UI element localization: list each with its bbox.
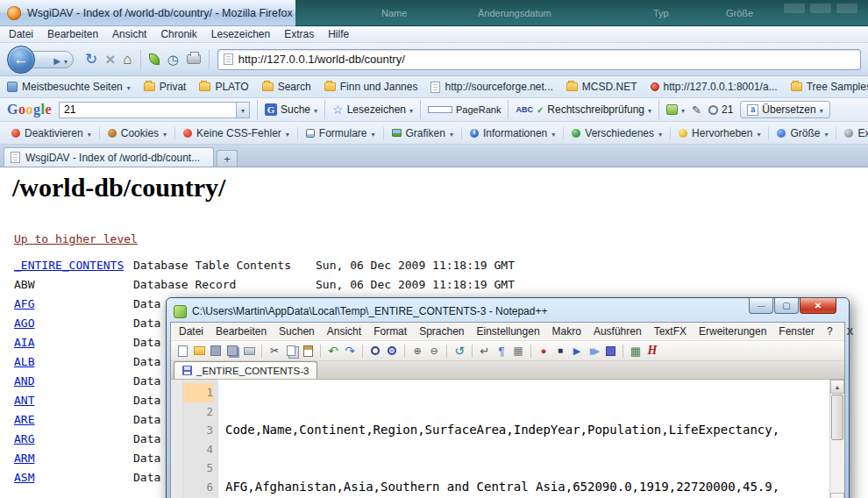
print-button[interactable] [187, 54, 201, 64]
play-macro-icon[interactable] [570, 344, 584, 358]
refresh-button[interactable] [85, 52, 97, 67]
listing-link[interactable]: ASM [14, 468, 34, 487]
find-icon[interactable] [368, 344, 382, 358]
listing-link[interactable]: AIA [14, 333, 34, 352]
copy-icon[interactable] [284, 344, 298, 358]
url-input[interactable] [238, 53, 855, 66]
google-bookmarks-button[interactable]: Lesezeichen [332, 103, 413, 117]
bookmark-privat[interactable]: Privat [144, 81, 187, 93]
google-search-box[interactable] [59, 102, 250, 118]
notepad-titlebar[interactable]: C:\Users\Martin\AppData\Local\Temp\_ENTI… [170, 298, 845, 322]
history-dropdown-icon[interactable] [64, 52, 68, 68]
save-icon[interactable] [209, 344, 223, 358]
notepad-plus-plus-window[interactable]: C:\Users\Martin\AppData\Local\Temp\_ENTI… [166, 297, 850, 498]
listing-link[interactable]: AGO [14, 314, 34, 333]
webdev-deaktivieren[interactable]: Deaktivieren [4, 127, 100, 139]
npp-menu-ansicht[interactable]: Ansicht [321, 325, 367, 338]
vertical-scrollbar[interactable] [829, 380, 844, 498]
indent-guide-icon[interactable] [511, 344, 525, 358]
listing-link[interactable]: AFG [14, 295, 34, 314]
listing-link[interactable]: _ENTIRE_CONTENTS [14, 256, 124, 275]
send-to-button[interactable] [666, 103, 685, 116]
webdev-extras[interactable]: Extras [836, 127, 868, 139]
google-search-input[interactable] [60, 103, 236, 116]
save-all-icon[interactable] [225, 344, 239, 358]
zoom-in-icon[interactable] [410, 344, 424, 358]
spellcheck-button[interactable]: ABCRechtschreibprüfung [516, 103, 651, 116]
scrollbar-track[interactable] [830, 394, 844, 493]
bookmark-most-visited[interactable]: Meistbesuchte Seiten [7, 81, 131, 93]
back-button[interactable] [7, 46, 35, 74]
replace-icon[interactable] [385, 344, 399, 358]
menu-lesezeichen[interactable]: Lesezeichen [204, 28, 277, 40]
bookmark-localhost-8001[interactable]: http://127.0.0.1:8001/a... [651, 81, 778, 93]
scrollbar-thumb[interactable] [831, 395, 843, 440]
search-dropdown-button[interactable] [236, 103, 249, 117]
notepad-editor[interactable]: 1 2 3 4 5 6 Code,Name,Continent,Region,S… [171, 380, 844, 498]
scroll-up-button[interactable] [830, 380, 844, 394]
pagerank-widget[interactable]: PageRank [428, 104, 501, 115]
npp-menu-ausfuehren[interactable]: Ausführen [587, 325, 648, 338]
listing-link[interactable]: ARG [14, 430, 34, 449]
npp-menu-makro[interactable]: Makro [546, 325, 587, 338]
new-file-icon[interactable] [175, 344, 189, 358]
paste-icon[interactable] [301, 344, 315, 358]
html-preview-icon[interactable] [645, 344, 659, 358]
bookmark-plato[interactable]: PLATO [199, 81, 248, 93]
bookmark-margin[interactable] [171, 380, 183, 498]
menu-datei[interactable]: Datei [2, 28, 40, 40]
listing-link[interactable]: ALB [14, 352, 34, 372]
webdev-css-fehler[interactable]: Keine CSS-Fehler [175, 127, 298, 139]
npp-menu-erweiterungen[interactable]: Erweiterungen [693, 325, 772, 338]
record-macro-icon[interactable] [537, 344, 551, 358]
google-logo[interactable]: Google [7, 102, 52, 117]
npp-menu-bearbeiten[interactable]: Bearbeiten [210, 325, 273, 338]
menu-ansicht[interactable]: Ansicht [105, 28, 153, 40]
menu-bearbeiten[interactable]: Bearbeiten [40, 28, 105, 40]
editor-text-area[interactable]: Code,Name,Continent,Region,SurfaceArea,I… [218, 380, 829, 498]
word-wrap-icon[interactable] [478, 344, 492, 358]
zoom-out-icon[interactable] [427, 344, 441, 358]
listing-link[interactable]: ABW [14, 275, 34, 295]
bookmark-search[interactable]: Search [262, 81, 311, 93]
close-button[interactable] [800, 298, 836, 314]
history-clock-button[interactable] [167, 53, 179, 66]
print-icon[interactable] [242, 344, 256, 358]
minimize-button[interactable] [749, 298, 773, 314]
bookmark-sourceforge[interactable]: http://sourceforge.net... [430, 81, 552, 93]
npp-menu-datei[interactable]: Datei [173, 325, 210, 338]
up-to-higher-level-link[interactable]: Up to higher level [14, 232, 138, 245]
home-button[interactable] [123, 52, 132, 67]
menu-hilfe[interactable]: Hilfe [321, 28, 356, 40]
webdev-hervorheben[interactable]: Hervorheben [671, 127, 769, 139]
open-folder-icon[interactable] [192, 344, 206, 358]
npp-menu-textfx[interactable]: TextFX [648, 325, 693, 338]
menu-extras[interactable]: Extras [277, 28, 321, 40]
npp-menu-sprachen[interactable]: Sprachen [413, 325, 470, 338]
bookmark-finn-und-jannes[interactable]: Finn und Jannes [324, 81, 418, 93]
redo-icon[interactable] [343, 344, 357, 358]
url-bar[interactable] [217, 49, 861, 70]
run-macro-multiple-icon[interactable] [587, 344, 601, 358]
document-tab[interactable]: _ENTIRE_CONTENTS-3 [174, 361, 317, 379]
npp-menu-fenster[interactable]: Fenster [772, 325, 821, 338]
stop-button[interactable] [105, 51, 115, 68]
npp-menu-suchen[interactable]: Suchen [273, 325, 321, 338]
listing-link[interactable]: ARE [14, 410, 34, 430]
show-all-characters-icon[interactable] [494, 344, 509, 358]
undo-icon[interactable] [326, 344, 340, 358]
stop-macro-icon[interactable] [553, 344, 567, 358]
bookmark-tree-samples[interactable]: Tree Samples [791, 81, 868, 93]
translate-button[interactable]: Übersetzen [740, 101, 829, 118]
webdev-formulare[interactable]: Formulare [298, 127, 384, 139]
webdev-groesse[interactable]: Größe [769, 127, 836, 139]
webdev-verschiedenes[interactable]: Verschiedenes [564, 127, 671, 139]
scroll-down-button[interactable] [830, 493, 844, 498]
webdev-informationen[interactable]: Informationen [462, 127, 564, 139]
webdev-grafiken[interactable]: Grafiken [384, 127, 462, 139]
bookmark-mcsd[interactable]: MCSD.NET [566, 81, 637, 93]
cut-icon[interactable] [267, 344, 281, 358]
google-search-button[interactable]: GSuche [265, 103, 317, 116]
extension-leaf-button[interactable] [149, 53, 160, 65]
maximize-button[interactable] [774, 298, 799, 314]
